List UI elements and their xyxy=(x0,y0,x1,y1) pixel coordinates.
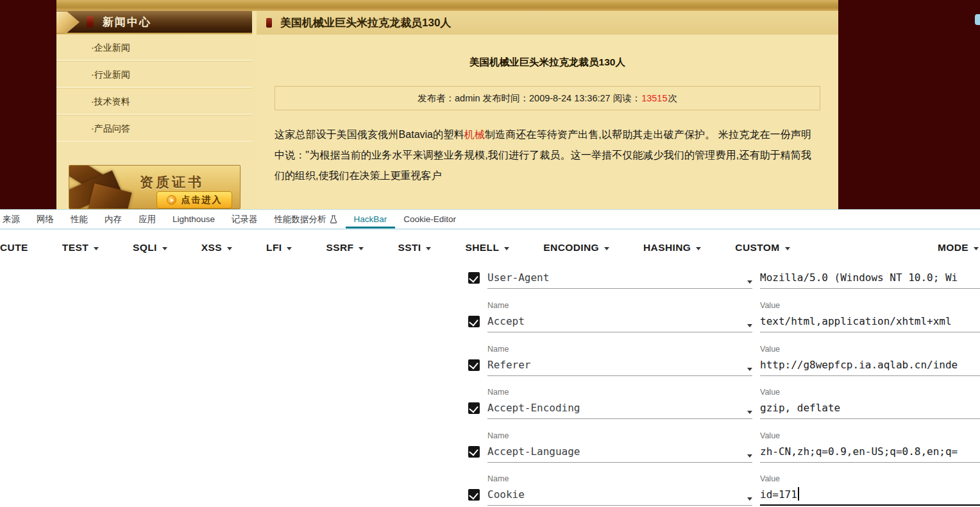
menu-test[interactable]: TEST xyxy=(62,242,99,254)
tab-network[interactable]: 网络 xyxy=(28,210,62,228)
header-value: text/html,application/xhtml+xml xyxy=(760,315,952,327)
tab-hackbar[interactable]: HackBar xyxy=(346,210,396,228)
value-label: Value xyxy=(760,431,980,441)
value-label: Value xyxy=(760,388,980,397)
menu-label: LFI xyxy=(266,242,282,254)
meta-text: 发布者：admin 发布时间：2009-8-24 13:36:27 阅读： xyxy=(418,92,641,105)
sidebar: 新闻中心 ·企业新闻 ·行业新闻 ·技术资料 ·产品问答 资质证书 点击进入 xyxy=(56,11,252,209)
header-value: http://g8wepfcp.ia.aqlab.cn/inde xyxy=(760,359,958,371)
header-name-field[interactable]: User-Agent xyxy=(487,267,752,289)
header-name: Accept-Language xyxy=(487,445,580,458)
header-value: gzip, deflate xyxy=(760,402,840,414)
sidebar-item-tech-docs[interactable]: ·技术资料 xyxy=(56,88,252,115)
tab-memory[interactable]: 内存 xyxy=(96,210,130,228)
devtools-panel: 来源 网络 性能 内存 应用 Lighthouse 记录器 性能数据分析 Hac… xyxy=(0,209,980,507)
tab-performance-insights[interactable]: 性能数据分析 xyxy=(266,210,346,228)
menu-label: XSS xyxy=(201,242,222,254)
chevron-down-icon[interactable] xyxy=(747,368,752,371)
chevron-down-icon[interactable] xyxy=(747,324,752,327)
article-title: 美国机械业巨头米拉克龙裁员130人 xyxy=(257,56,838,69)
menu-label: TEST xyxy=(62,242,89,254)
menu-ssrf[interactable]: SSRF xyxy=(326,242,364,254)
tab-application[interactable]: 应用 xyxy=(130,210,164,228)
banner-enter-button[interactable]: 点击进入 xyxy=(156,191,232,209)
tab-lighthouse[interactable]: Lighthouse xyxy=(164,210,223,228)
menu-label: SQLI xyxy=(133,242,157,254)
tab-performance[interactable]: 性能 xyxy=(62,210,96,228)
banner-button-label: 点击进入 xyxy=(182,194,223,206)
header-row-user-agent: Name Value User-Agent Mozilla/5.0 (Windo… xyxy=(468,255,980,299)
header-value-field[interactable]: id=171 xyxy=(760,484,980,506)
header-value: id=171 xyxy=(760,488,797,501)
meta-suffix: 次 xyxy=(668,92,677,105)
header-value-field[interactable]: gzip, deflate xyxy=(760,397,980,419)
menu-xss[interactable]: XSS xyxy=(201,242,232,254)
sidebar-item-product-qa[interactable]: ·产品问答 xyxy=(56,115,252,142)
header-row-accept-language: Name Value Accept-Language zh-CN,zh;q=0.… xyxy=(468,429,980,473)
sidebar-item-industry-news[interactable]: ·行业新闻 xyxy=(56,61,252,88)
gold-border-strip xyxy=(56,0,838,11)
tab-cookie-editor[interactable]: Cookie-Editor xyxy=(395,210,464,228)
header-value: zh-CN,zh;q=0.9,en-US;q=0.8,en;q= xyxy=(760,445,958,458)
header-checkbox[interactable] xyxy=(468,402,480,414)
chevron-down-icon xyxy=(287,247,292,250)
header-name-field[interactable]: Referer xyxy=(487,354,752,376)
header-checkbox[interactable] xyxy=(468,359,480,371)
tab-label: 应用 xyxy=(139,214,156,225)
header-name-field[interactable]: Accept-Encoding xyxy=(487,397,752,419)
tab-label: HackBar xyxy=(354,214,387,224)
sidebar-item-company-news[interactable]: ·企业新闻 xyxy=(56,34,252,61)
value-label: Value xyxy=(760,345,980,354)
name-label: Name xyxy=(487,388,752,397)
bullet-seal-icon xyxy=(87,16,94,28)
tab-label: 网络 xyxy=(37,214,54,225)
chevron-down-icon xyxy=(426,247,431,250)
chevron-down-icon[interactable] xyxy=(747,280,752,284)
header-value-field[interactable]: zh-CN,zh;q=0.9,en-US;q=0.8,en;q= xyxy=(760,441,980,463)
header-name-field[interactable]: Accept-Language xyxy=(487,441,752,463)
header-value-field[interactable]: http://g8wepfcp.ia.aqlab.cn/inde xyxy=(760,354,980,376)
hackbar-headers-form: Name Value User-Agent Mozilla/5.0 (Windo… xyxy=(468,210,980,507)
value-label: Value xyxy=(760,301,980,311)
header-checkbox[interactable] xyxy=(468,316,480,327)
menu-ssti[interactable]: SSTI xyxy=(398,242,431,254)
header-checkbox[interactable] xyxy=(468,489,480,501)
header-value-field[interactable]: text/html,application/xhtml+xml xyxy=(760,311,980,332)
tab-recorder[interactable]: 记录器 xyxy=(223,210,266,228)
menu-label: SSTI xyxy=(398,242,421,254)
chevron-down-icon xyxy=(359,247,364,250)
chevron-down-icon[interactable] xyxy=(747,497,752,501)
header-checkbox[interactable] xyxy=(468,446,480,458)
sidebar-title: 新闻中心 xyxy=(103,15,151,30)
header-name-field[interactable]: Cookie xyxy=(487,484,752,506)
header-row-accept-encoding: Name Value Accept-Encoding gzip, deflate xyxy=(468,386,980,429)
chevron-down-icon xyxy=(227,247,232,250)
header-checkbox[interactable] xyxy=(468,272,480,284)
menu-sqli[interactable]: SQLI xyxy=(133,242,167,254)
article-header-title: 美国机械业巨头米拉克龙裁员130人 xyxy=(280,15,451,30)
menu-label: SSRF xyxy=(326,242,353,254)
scrollbar-thumb[interactable] xyxy=(975,14,980,25)
article-panel: 美国机械业巨头米拉克龙裁员130人 美国机械业巨头米拉克龙裁员130人 发布者：… xyxy=(257,11,838,209)
header-name-field[interactable]: Accept xyxy=(487,311,752,332)
header-name: Accept-Encoding xyxy=(487,402,580,414)
screen: 新闻中心 ·企业新闻 ·行业新闻 ·技术资料 ·产品问答 资质证书 点击进入 xyxy=(0,0,980,507)
meta-view-count: 13515 xyxy=(641,93,667,103)
paragraph-text: 这家总部设于美国俄亥俄州Batavia的塑料 xyxy=(275,129,464,140)
value-label: Value xyxy=(760,474,980,484)
menu-execute-clipped[interactable]: CUTE xyxy=(0,242,28,254)
chevron-down-icon[interactable] xyxy=(747,411,752,414)
header-name: Accept xyxy=(487,315,525,327)
keyword-link[interactable]: 机械 xyxy=(464,129,485,140)
header-value-field[interactable]: Mozilla/5.0 (Windows NT 10.0; Wi xyxy=(760,267,980,289)
certificate-banner[interactable]: 资质证书 点击进入 xyxy=(69,165,241,209)
menu-lfi[interactable]: LFI xyxy=(266,242,292,254)
chevron-down-icon xyxy=(94,247,99,250)
sidebar-header: 新闻中心 xyxy=(56,11,252,34)
tab-sources[interactable]: 来源 xyxy=(0,210,28,228)
tab-label: 内存 xyxy=(105,214,122,225)
name-label: Name xyxy=(487,345,752,354)
chevron-down-icon[interactable] xyxy=(747,454,752,458)
tab-label: 记录器 xyxy=(232,214,258,225)
site-content: 新闻中心 ·企业新闻 ·行业新闻 ·技术资料 ·产品问答 资质证书 点击进入 xyxy=(56,0,838,209)
